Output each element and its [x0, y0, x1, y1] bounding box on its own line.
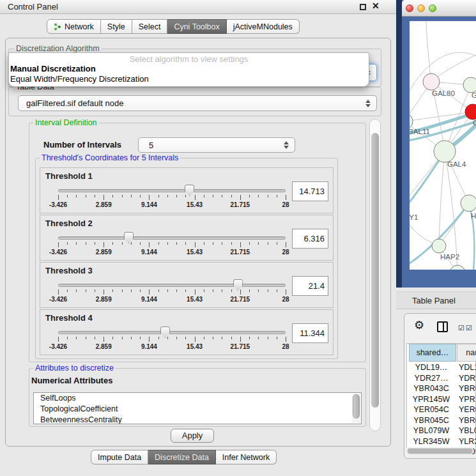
cyni-bottom-tabbar: Impute Data Discretize Data Infer Networ… [91, 450, 277, 464]
gear-icon[interactable]: ⚙ [414, 319, 424, 331]
table-row[interactable]: YBL079WYBL079W [407, 426, 476, 437]
scrollbar-thumb[interactable] [353, 394, 360, 418]
slider-tick [104, 195, 104, 200]
table-panel-title: Table Panel [412, 296, 456, 305]
mac-minimize-button[interactable] [417, 4, 425, 12]
number-of-intervals-value: 5 [149, 141, 153, 150]
column-header-shared-name[interactable]: shared… [409, 344, 456, 362]
network-node[interactable] [432, 239, 446, 253]
slider-tick [204, 337, 204, 339]
table-row[interactable]: YBR043CYBR043C [407, 384, 476, 395]
tab-jactivemnodules[interactable]: jActiveMNodules [227, 19, 300, 34]
slider-tick [231, 195, 232, 197]
slider-tick [195, 289, 196, 295]
tab-impute-data[interactable]: Impute Data [91, 450, 148, 464]
slider-thumb[interactable] [160, 326, 170, 338]
table-row[interactable]: YLR345WYLR345W [407, 437, 476, 448]
attribute-list-item[interactable]: SelfLoops [34, 393, 361, 404]
tab-style[interactable]: Style [101, 19, 132, 34]
cell-shared-name[interactable]: YDL19… [407, 363, 456, 372]
cell-shared-name[interactable]: YLR345W [407, 437, 456, 446]
slider-tick [140, 195, 141, 197]
slider-tick [258, 195, 259, 197]
table-row[interactable]: YBR045CYBR045C [407, 416, 476, 427]
cell-shared-name[interactable]: YDR27… [407, 374, 456, 383]
dropdown-option-equal-width-frequency[interactable]: Equal Width/Frequency Discretization [9, 74, 369, 84]
cell-name[interactable]: YDL19… [459, 363, 476, 372]
slider-thumb[interactable] [233, 279, 243, 291]
slider-tick-label: 21.715 [224, 343, 256, 350]
attributes-list-scrollbar[interactable] [352, 394, 360, 423]
cell-name[interactable]: YER054C [459, 405, 476, 414]
slider-tick-label: -3.426 [42, 249, 74, 256]
network-canvas[interactable]: GAL80GAGGAL11GAL4HGCY1HAP2 [410, 21, 476, 270]
network-node[interactable] [463, 77, 476, 93]
checkbox-icon[interactable]: ☑ [466, 324, 472, 332]
table-row[interactable]: YDL19…YDL19… [407, 363, 476, 374]
network-node-label: GA [472, 91, 476, 99]
cell-name[interactable]: YBR045C [459, 416, 476, 425]
table-data-combobox[interactable]: galFiltered.sif default node [18, 95, 377, 111]
tab-discretize-data[interactable]: Discretize Data [148, 450, 216, 464]
slider-track[interactable] [58, 331, 286, 334]
threshold-row: Threshold 4-3.4262.8599.14415.4321.71528… [40, 309, 334, 355]
table-horizontal-scrollbar[interactable] [407, 448, 474, 454]
slider-track[interactable] [58, 189, 286, 192]
cell-shared-name[interactable]: YBR045C [407, 416, 456, 425]
tab-network[interactable]: Network [47, 19, 101, 34]
slider-tick [95, 195, 95, 197]
network-node[interactable] [423, 73, 440, 90]
network-node[interactable] [434, 141, 456, 162]
slider-tick [95, 337, 95, 339]
tab-jactivemnodules-label: jActiveMNodules [233, 22, 293, 31]
slider-tick [213, 289, 213, 292]
tab-infer-network[interactable]: Infer Network [216, 450, 277, 464]
scrollbar-thumb[interactable] [408, 449, 472, 454]
table-row[interactable]: YER054CYER054C [407, 405, 476, 416]
mac-close-button[interactable] [406, 4, 413, 12]
tab-cyni-toolbox[interactable]: Cyni Toolbox [167, 19, 226, 34]
cell-name[interactable]: YPR145W [459, 395, 476, 404]
cell-name[interactable]: YBR043C [459, 384, 476, 393]
numerical-attributes-list: SelfLoopsTopologicalCoefficientBetweenne… [33, 392, 362, 424]
threshold-value-field[interactable]: 11.344 [292, 323, 328, 343]
cell-shared-name[interactable]: YBR043C [407, 384, 456, 393]
mac-zoom-button[interactable] [429, 4, 436, 12]
slider-tick [286, 337, 286, 342]
settings-scrollbar[interactable] [369, 119, 381, 431]
cell-shared-name[interactable]: YER054C [407, 405, 456, 414]
slider-tick [167, 242, 168, 245]
threshold-value-field[interactable]: 21.4 [292, 276, 328, 296]
attribute-list-item[interactable]: TopologicalCoefficient [34, 404, 361, 415]
network-window-titlebar[interactable] [402, 0, 476, 17]
cell-shared-name[interactable]: YBL079W [407, 426, 456, 435]
tab-select[interactable]: Select [132, 19, 168, 34]
apply-button[interactable]: Apply [171, 429, 214, 443]
network-node[interactable] [461, 195, 476, 211]
threshold-value-field[interactable]: 14.713 [292, 181, 328, 201]
cell-name[interactable]: YDR27… [459, 374, 476, 383]
number-of-intervals-combobox[interactable]: 5 [138, 137, 295, 153]
cell-shared-name[interactable]: YPR145W [407, 395, 456, 404]
slider-track[interactable] [58, 284, 286, 287]
checkbox-icon[interactable]: ☑ [458, 324, 464, 332]
slider-tick-label: 15.43 [179, 296, 211, 303]
table-row[interactable]: YDR27…YDR27… [407, 374, 476, 385]
network-node[interactable] [450, 265, 465, 270]
scrollbar-thumb[interactable] [371, 133, 379, 408]
dropdown-option-manual-discretization[interactable]: Manual Discretization [9, 64, 369, 74]
slider-tick [204, 289, 204, 292]
slider-thumb[interactable] [124, 232, 134, 243]
cell-name[interactable]: YBL079W [459, 426, 476, 435]
close-icon[interactable]: ✕ [372, 1, 380, 11]
slider-tick [58, 289, 59, 295]
table-row[interactable]: YPR145WYPR145W [407, 395, 476, 406]
column-header-name[interactable]: name [457, 344, 476, 362]
threshold-value-field[interactable]: 6.316 [292, 229, 328, 249]
float-window-icon[interactable] [360, 4, 366, 10]
attribute-list-item[interactable]: BetweennessCentrality [34, 415, 361, 424]
split-columns-icon[interactable] [437, 321, 448, 332]
slider-track[interactable] [58, 236, 286, 240]
cell-name[interactable]: YLR345W [459, 437, 476, 446]
slider-tick [112, 242, 113, 245]
